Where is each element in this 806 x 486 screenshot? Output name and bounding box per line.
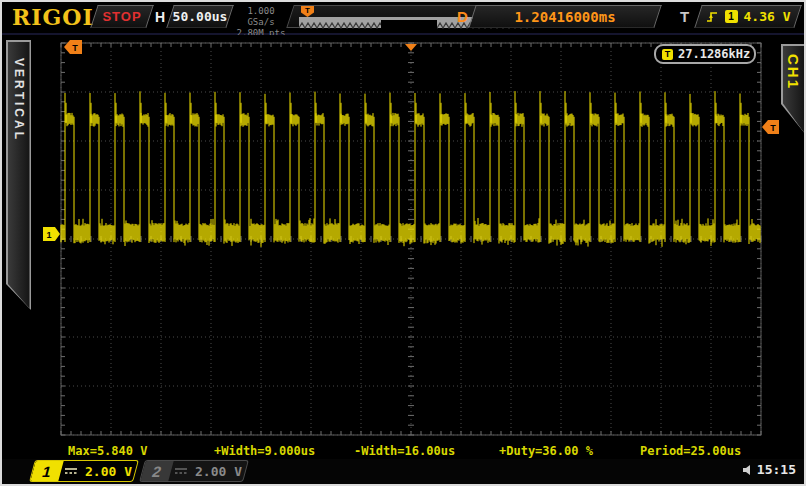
preview-trigger-icon: T — [301, 6, 314, 17]
svg-text:T: T — [72, 43, 78, 53]
trigger-readout-box[interactable]: 1 4.36 V — [694, 5, 801, 28]
dc-coupling-icon — [174, 466, 188, 476]
trigger-label: T — [680, 8, 689, 25]
measurement-pwidth: +Width=9.000us — [214, 444, 315, 458]
dc-coupling-icon — [64, 466, 78, 476]
trigger-level-readout: 4.36 V — [744, 9, 791, 24]
svg-text:T: T — [770, 123, 776, 133]
measurement-period: Period=25.00us — [640, 444, 741, 458]
vertical-menu-tab[interactable]: VERTICAL — [6, 40, 31, 310]
speaker-icon — [742, 464, 754, 476]
delay-readout-box[interactable]: 1.20416000ms — [468, 5, 661, 28]
clock-value: 15:15 — [757, 462, 796, 477]
channel2-id: 2 — [140, 461, 173, 481]
graticule: T T 1 — [32, 35, 779, 459]
measurement-nwidth: -Width=16.00us — [354, 444, 455, 458]
trigger-source-badge: 1 — [725, 10, 738, 23]
trigger-position-marker: T — [64, 40, 82, 54]
trigger-delay-position-icon — [405, 44, 417, 51]
vertical-tab-label: VERTICAL — [12, 42, 26, 309]
freq-counter-value: 27.1286kHz — [678, 47, 750, 61]
run-state-badge[interactable]: STOP — [90, 5, 153, 28]
sample-rate: 1.000 GSa/s — [234, 6, 288, 28]
ch1-tab-label: CH1 — [785, 46, 802, 134]
measurement-duty: +Duty=36.00 % — [499, 444, 593, 458]
clock: 15:15 — [742, 462, 796, 477]
top-status-bar: RIGOL STOP H 50.00us 1.000 GSa/s 2.80M p… — [2, 2, 804, 35]
run-state-label: STOP — [95, 6, 149, 27]
oscilloscope-screen: { "brand": "RIGOL", "top_bar": { "run_st… — [0, 0, 806, 486]
timebase-box[interactable]: 50.00us — [166, 5, 233, 28]
channel2-status[interactable]: 2 2.00 V — [139, 460, 249, 482]
horizontal-label: H — [155, 9, 165, 25]
counter-trigger-icon: T — [662, 49, 673, 60]
channel1-status[interactable]: 1 2.00 V — [29, 460, 139, 482]
trigger-level-marker: T — [762, 120, 779, 134]
freq-counter-badge: T 27.1286kHz — [654, 44, 756, 64]
channel2-scale: 2.00 V — [195, 464, 242, 479]
measurement-max: Max=5.840 V — [68, 444, 147, 458]
svg-text:1: 1 — [46, 230, 51, 240]
rising-edge-icon — [706, 9, 719, 24]
rigol-logo: RIGOL — [12, 4, 99, 30]
channel1-id: 1 — [30, 461, 63, 481]
delay-label: D — [457, 8, 468, 25]
delay-value: 1.20416000ms — [473, 6, 657, 27]
channel1-scale: 2.00 V — [85, 464, 132, 479]
channel-status-bar: 1 2.00 V 2 2.00 V 15: — [2, 459, 804, 484]
ch1-menu-tab[interactable]: CH1 — [781, 44, 806, 135]
display-area: T T 1 T 27.1286kHz Max=5.840 V +Width=9.… — [32, 35, 779, 459]
channel1-ground-marker: 1 — [43, 227, 60, 241]
timebase-value: 50.00us — [171, 6, 229, 27]
